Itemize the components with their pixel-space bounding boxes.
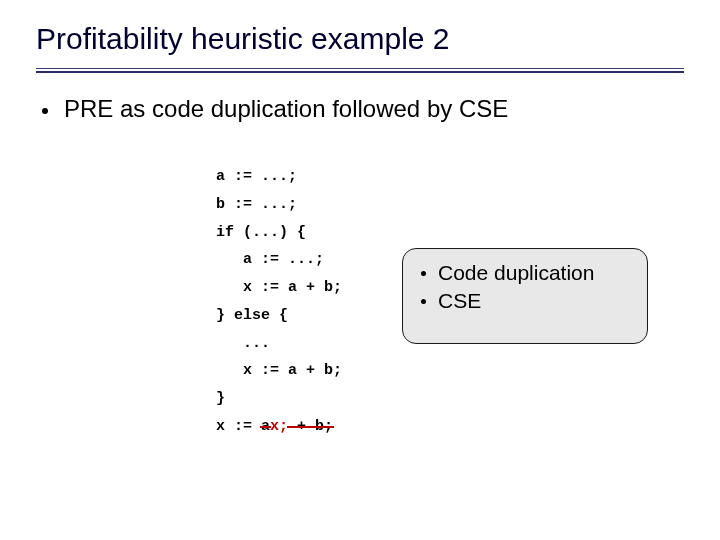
code-line-10: x := ax; + b; [216,418,333,435]
slide-title: Profitability heuristic example 2 [36,22,684,66]
bullet-dot-icon [42,108,48,114]
callout-item-1-text: Code duplication [438,259,594,287]
code-struck-a: a [261,413,270,441]
code-line-9: } [216,390,225,407]
bullet-dot-icon [421,299,426,304]
callout-box: Code duplication CSE [402,248,648,344]
main-bullet: PRE as code duplication followed by CSE [36,95,684,123]
code-red-x: x; [270,418,288,435]
code-line-4: a := ...; [216,251,324,268]
code-l10a: x := [216,418,261,435]
code-line-6: } else { [216,307,288,324]
code-line-8: x := a + b; [216,362,342,379]
title-underline-thin [36,68,684,69]
code-struck-tail: + b; [288,413,333,441]
code-line-5: x := a + b; [216,279,342,296]
code-line-3: if (...) { [216,224,306,241]
callout-item-1: Code duplication [417,259,633,287]
callout-item-2-text: CSE [438,287,481,315]
bullet-dot-icon [421,271,426,276]
code-line-1: a := ...; [216,168,297,185]
callout-item-2: CSE [417,287,633,315]
code-line-7: ... [216,335,270,352]
main-bullet-text: PRE as code duplication followed by CSE [64,95,508,123]
code-line-2: b := ...; [216,196,297,213]
